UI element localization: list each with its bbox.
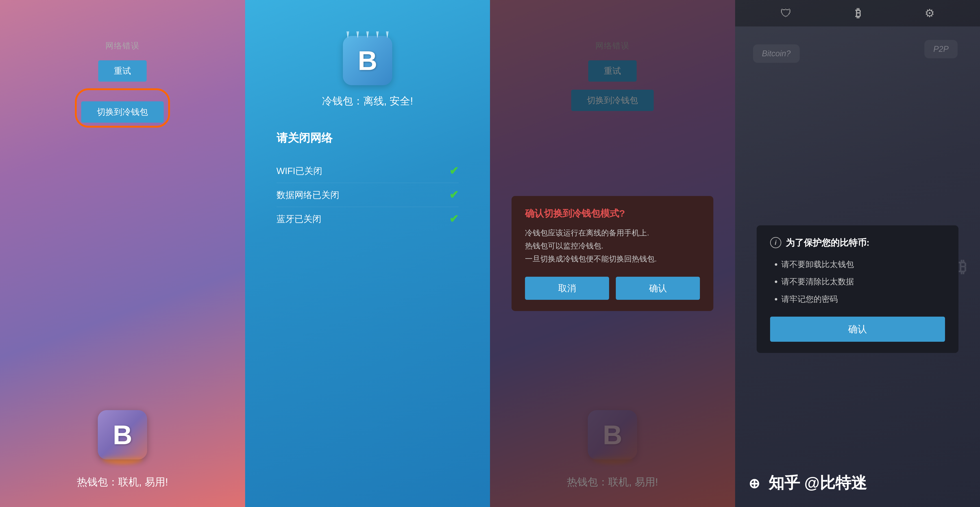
data-network-label: 数据网络已关闭: [277, 189, 339, 201]
wifi-label: WIFI已关闭: [277, 165, 322, 177]
panel-confirm-switch: 网络错误 重试 切换到冷钱包 B 热钱包：联机, 易用! 确认切换到冷钱包模式?…: [490, 0, 735, 507]
dialog-body-line2: 热钱包可以监控冷钱包.: [525, 242, 603, 250]
cold-wallet-icon: B: [343, 36, 392, 85]
switch-to-cold-wallet-button[interactable]: 切换到冷钱包: [81, 101, 164, 122]
data-network-check-item: 数据网络已关闭 ✔: [277, 183, 459, 207]
protection-confirm-button[interactable]: 确认: [770, 316, 945, 342]
network-check-list: WIFI已关闭 ✔ 数据网络已关闭 ✔ 蓝牙已关闭 ✔: [263, 159, 472, 231]
watermark-text: 知乎 @比特迷: [768, 474, 867, 491]
panel-protection-notice: 🛡 ₿ ⚙ Bitcoin? P2P I❤₿ i 为了保护您的比特币: 请不要卸…: [735, 0, 980, 507]
plus-circle-icon: ⊕: [749, 476, 760, 491]
protection-item-1: 请不要卸载比太钱包: [781, 258, 945, 271]
protection-title-row: i 为了保护您的比特币:: [770, 237, 945, 249]
bitcoin-nav-icon[interactable]: ₿: [855, 7, 861, 20]
speech-bubble-p2p: P2P: [924, 40, 958, 58]
wifi-check-item: WIFI已关闭 ✔: [277, 159, 459, 183]
wallet-description: 热钱包：联机, 易用!: [77, 475, 168, 489]
speech-bubble-bitcoin: Bitcoin?: [753, 45, 800, 63]
info-icon: i: [770, 237, 781, 248]
dialog-body: 冷钱包应该运行在离线的备用手机上. 热钱包可以监控冷钱包. 一旦切换成冷钱包便不…: [525, 226, 700, 265]
data-network-checkmark: ✔: [449, 188, 458, 201]
protection-item-2: 请不要清除比太数据: [781, 275, 945, 288]
confirm-switch-button[interactable]: 确认: [616, 277, 700, 300]
cancel-button[interactable]: 取消: [525, 277, 609, 300]
top-navigation-bar: 🛡 ₿ ⚙: [735, 0, 980, 27]
cold-wallet-title: 冷钱包：离线, 安全!: [322, 94, 413, 108]
close-network-title: 请关闭网络: [263, 130, 332, 146]
bluetooth-label: 蓝牙已关闭: [277, 213, 321, 225]
switch-button-highlight: 切换到冷钱包: [75, 88, 170, 127]
protection-item-3: 请牢记您的密码: [781, 292, 945, 306]
confirm-dialog: 确认切换到冷钱包模式? 冷钱包应该运行在离线的备用手机上. 热钱包可以监控冷钱包…: [512, 196, 713, 311]
protection-dialog: i 为了保护您的比特币: 请不要卸载比太钱包 请不要清除比太数据 请牢记您的密码…: [757, 226, 958, 353]
protection-list: 请不要卸载比太钱包 请不要清除比太数据 请牢记您的密码: [770, 258, 945, 306]
network-error-label: 网络错误: [105, 40, 140, 51]
illustration-area: Bitcoin? P2P I❤₿ i 为了保护您的比特币: 请不要卸载比太钱包 …: [735, 27, 980, 507]
bitcoin-letter: B: [358, 45, 377, 76]
dialog-title: 确认切换到冷钱包模式?: [525, 207, 700, 220]
panel-hot-wallet-error: 网络错误 重试 切换到冷钱包 B 热钱包：联机, 易用!: [0, 0, 245, 507]
wifi-checkmark: ✔: [449, 164, 458, 177]
retry-button[interactable]: 重试: [98, 60, 147, 82]
panel-cold-wallet-info: B 冷钱包：离线, 安全! 请关闭网络 WIFI已关闭 ✔ 数据网络已关闭 ✔ …: [245, 0, 490, 507]
gear-icon[interactable]: ⚙: [924, 7, 935, 20]
shield-icon[interactable]: 🛡: [780, 7, 792, 20]
hot-wallet-icon: B: [98, 410, 147, 459]
dialog-body-line3: 一旦切换成冷钱包便不能切换回热钱包.: [525, 254, 657, 263]
watermark: ⊕ 知乎 @比特迷: [749, 472, 867, 494]
dialog-body-line1: 冷钱包应该运行在离线的备用手机上.: [525, 229, 649, 237]
bluetooth-check-item: 蓝牙已关闭 ✔: [277, 207, 459, 231]
confirm-dialog-overlay: 确认切换到冷钱包模式? 冷钱包应该运行在离线的备用手机上. 热钱包可以监控冷钱包…: [490, 0, 735, 507]
dialog-buttons: 取消 确认: [525, 277, 700, 300]
protection-title: 为了保护您的比特币:: [786, 237, 869, 249]
bluetooth-checkmark: ✔: [449, 212, 458, 226]
ice-decoration: [343, 32, 392, 38]
bitcoin-letter: B: [113, 419, 132, 450]
